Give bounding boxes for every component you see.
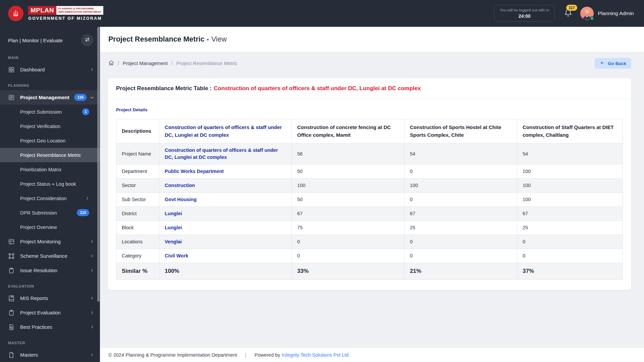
sidebar-item-project-resemblance-metric[interactable]: Project Resemblance Metric: [0, 148, 100, 162]
summary-value: 21%: [405, 263, 517, 280]
metric-value: 100: [517, 179, 623, 193]
sidebar-item-label: Project Management: [20, 95, 69, 100]
metric-value: 75: [292, 221, 405, 235]
sidebar-item-label: Issue Resolution: [20, 267, 57, 273]
metric-value: 0: [292, 235, 405, 249]
sidebar-item-label: Prioritization Matrix: [20, 167, 61, 172]
sidebar-item-label: MIS Reports: [20, 295, 48, 301]
bell-icon: [564, 12, 572, 18]
sidebar-item-issue-resolution[interactable]: Issue Resolution: [0, 263, 100, 278]
row-label: Sector: [116, 179, 159, 193]
base-project-value: Venglai: [159, 235, 292, 249]
topbar: MPLAN PLANNING & PROGRAMME IMPLEMENTATIO…: [0, 0, 644, 27]
user-avatar: [580, 7, 594, 20]
column-header-project-4: Construction of Staff Quarters at DIET c…: [517, 119, 623, 143]
chevron-right-icon: [90, 68, 94, 71]
metric-value: 0: [405, 165, 517, 179]
sidebar-item-project-evaluation[interactable]: Project Evaluation: [0, 305, 100, 320]
best-practices-icon: [8, 324, 15, 330]
go-back-button[interactable]: Go Back: [595, 58, 631, 69]
sidebar-item-dpr-submission[interactable]: DPR Submission115: [0, 205, 100, 220]
metric-value: 0: [517, 235, 623, 249]
sidebar-section-label: MAIN: [8, 56, 100, 60]
summary-value: 33%: [292, 263, 405, 280]
resemblance-card: Project Resemblance Metric Table :Constr…: [108, 78, 631, 290]
table-row-block: BlockLunglei752525: [116, 221, 623, 235]
sidebar-item-project-overview[interactable]: Project Overview: [0, 220, 100, 234]
logout-timer-countdown: 24:00: [500, 13, 549, 19]
base-project-value: Lunglei: [159, 207, 292, 221]
sidebar-item-scheme-surveillance[interactable]: Scheme Surveillance: [0, 249, 100, 263]
metric-value: 56: [292, 143, 405, 165]
scheme-surveillance-icon: [8, 253, 15, 259]
sidebar-item-label: Project Status + Log book: [20, 181, 76, 187]
sidebar-item-prioritization-matrix[interactable]: Prioritization Matrix: [0, 162, 100, 177]
breadcrumb-bar: / Project Management / Project Resemblan…: [100, 52, 644, 74]
row-label: Category: [116, 249, 159, 263]
issue-resolution-icon: [8, 267, 15, 274]
sidebar-item-label: Project Overview: [20, 225, 57, 230]
count-badge: 115: [77, 209, 89, 217]
chevron-right-icon: [90, 268, 94, 272]
chevron-down-icon: [90, 96, 94, 100]
metric-value: 100: [405, 179, 517, 193]
base-project-value: Construction: [159, 179, 292, 193]
sidebar-section-label: PLANNING: [8, 83, 100, 87]
metric-value: 25: [405, 221, 517, 235]
column-header-project-1: Construction of quarters of officers & s…: [159, 119, 292, 143]
row-label: Locations: [116, 235, 159, 249]
chevron-right-icon: [90, 240, 94, 243]
sidebar-item-project-status-log-book[interactable]: Project Status + Log book: [0, 177, 100, 191]
metric-value: 50: [292, 193, 405, 207]
sidebar-item-label: Project Resemblance Metric: [20, 153, 81, 158]
home-icon[interactable]: [108, 60, 114, 67]
copyright-text: © 2024 Planning & Programme Implementati…: [108, 352, 237, 358]
sidebar-item-project-submission[interactable]: Project Submission1: [0, 105, 100, 119]
column-header-project-3: Construction of Sports Hostel at Chite S…: [405, 119, 517, 143]
table-row-sub-sector: Sub SectorGovt Housing500100: [116, 193, 623, 207]
row-label: District: [116, 207, 159, 221]
table-header-row: DescriptionsConstruction of quarters of …: [116, 119, 623, 143]
count-badge: 116: [74, 94, 87, 101]
similar-percent-row: Similar %100%33%21%37%: [116, 263, 623, 280]
sidebar-item-project-management[interactable]: Project Management116: [0, 90, 100, 105]
breadcrumb-current: Project Resemblance Metric: [176, 61, 237, 66]
swap-arrows-icon: [85, 37, 90, 44]
table-row-department: DepartmentPublic Works Department500100: [116, 165, 623, 179]
masters-icon: [8, 352, 15, 358]
sidebar-item-project-monitoring[interactable]: Project Monitoring: [0, 234, 100, 249]
project-details-label: Project Details: [116, 107, 623, 112]
user-name: Planning Admin: [598, 10, 634, 16]
metric-value: 0: [292, 249, 405, 263]
row-label: Block: [116, 221, 159, 235]
sidebar-item-label: Masters: [20, 352, 38, 358]
brand-govt: GOVERNMENT OF MIZORAM: [28, 16, 103, 21]
brand-dept: PLANNING & PROGRAMME IMPLEMENTATION DEPA…: [56, 6, 103, 15]
sidebar-section-label: MASTER: [8, 341, 100, 345]
sidebar-item-project-consideration[interactable]: Project Consideration: [0, 191, 100, 205]
sidebar-item-dashboard[interactable]: Dashboard: [0, 62, 100, 77]
metric-value: 0: [517, 249, 623, 263]
sidebar-item-best-practices[interactable]: Best Practices: [0, 320, 100, 334]
app-footer: © 2024 Planning & Programme Implementati…: [100, 347, 644, 362]
sidebar-item-label: Dashboard: [20, 67, 45, 72]
brand-logo: MPLAN PLANNING & PROGRAMME IMPLEMENTATIO…: [8, 6, 103, 21]
sidebar-item-masters[interactable]: Masters: [0, 348, 100, 362]
notifications-button[interactable]: 117: [564, 9, 572, 18]
project-management-icon: [8, 94, 15, 101]
sidebar-collapse-button[interactable]: [81, 34, 93, 46]
chevron-right-icon: [90, 325, 94, 329]
user-menu[interactable]: Planning Admin: [580, 7, 634, 20]
metric-value: 67: [517, 207, 623, 221]
sidebar-item-project-geo-location[interactable]: Project Geo Location: [0, 133, 100, 148]
breadcrumb-project-management[interactable]: Project Management: [123, 61, 168, 66]
chevron-right-icon: [90, 296, 94, 300]
sidebar-section-label: EVALUATION: [8, 284, 100, 288]
card-heading-project: Construction of quarters of officers & s…: [214, 85, 421, 92]
sidebar-item-mis-reports[interactable]: MIS Reports: [0, 291, 100, 305]
sidebar-item-label: Project Geo Location: [20, 138, 65, 143]
powered-by-link[interactable]: Integrity Tech Solutions Pvt Ltd.: [282, 352, 350, 358]
sidebar-item-project-verification[interactable]: Project Verification: [0, 119, 100, 133]
project-monitoring-icon: [8, 238, 15, 245]
sidebar-scrollbar[interactable]: [97, 27, 100, 362]
